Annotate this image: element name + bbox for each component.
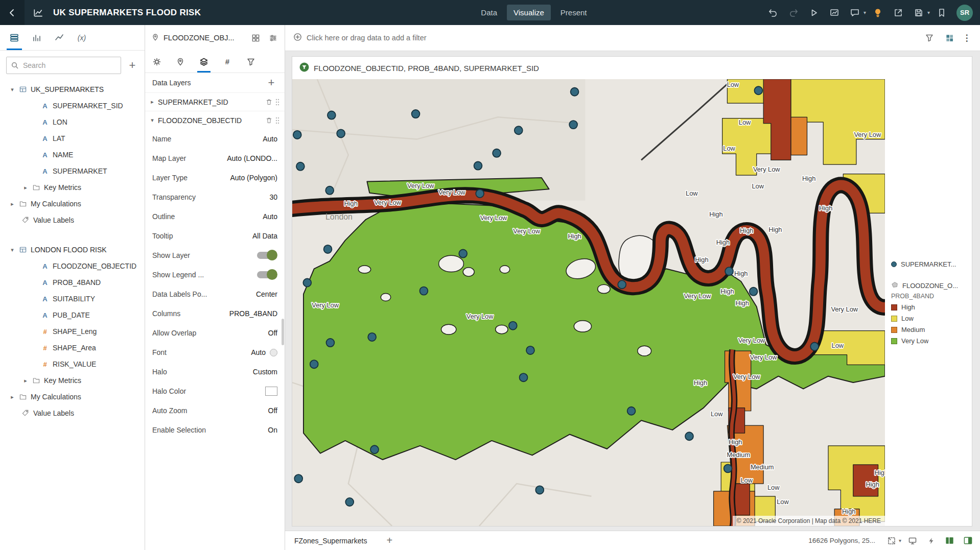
group-my-calculations[interactable]: ▸ My Calculations (0, 389, 145, 405)
tab-present[interactable]: Present (554, 5, 594, 20)
field-supermarket-sid[interactable]: A SUPERMARKET_SID (0, 98, 145, 114)
drag-handle-icon[interactable] (275, 117, 279, 124)
prop-value[interactable]: PROB_4BAND (229, 309, 277, 318)
supermarket-point[interactable] (368, 333, 376, 341)
legend-supermarket-item[interactable]: SUPERMARKET... (891, 259, 969, 270)
export-icon[interactable] (890, 4, 907, 21)
supermarket-point[interactable] (685, 432, 693, 440)
legend-item-medium[interactable]: Medium (891, 324, 969, 336)
floodzone-medium-region[interactable] (791, 117, 807, 155)
field-floodzone-objectid[interactable]: A FLOODZONE_OBJECTID (0, 258, 145, 274)
supermarket-point[interactable] (627, 407, 636, 415)
caret-right-icon[interactable]: ▸ (22, 377, 29, 384)
filter-funnel-icon[interactable] (922, 33, 937, 42)
pinboard-icon[interactable] (942, 34, 957, 42)
supermarket-point[interactable] (310, 360, 318, 368)
supermarket-point[interactable] (328, 111, 336, 119)
fit-dropdown-caret[interactable]: ▾ (899, 538, 901, 543)
play-icon[interactable] (805, 4, 823, 21)
search-input[interactable] (6, 57, 121, 74)
supermarket-point[interactable] (324, 245, 332, 253)
filter-prompt[interactable]: Click here or drag data to add a filter (307, 34, 917, 42)
caret-right-icon[interactable]: ▸ (22, 184, 29, 191)
supermarket-point[interactable] (750, 288, 758, 296)
supermarket-point[interactable] (296, 162, 305, 171)
supermarket-point[interactable] (725, 267, 733, 275)
prop-value[interactable]: Auto (263, 135, 277, 143)
supermarket-point[interactable] (520, 373, 528, 381)
halo-color-swatch[interactable] (265, 387, 277, 396)
caret-down-icon[interactable]: ▾ (9, 86, 15, 93)
add-dataset-button[interactable]: + (126, 60, 138, 71)
supermarket-point[interactable] (535, 486, 544, 494)
floodzone-high-region[interactable] (734, 484, 750, 515)
insights-lightbulb-icon[interactable] (869, 4, 886, 21)
supermarket-point[interactable] (810, 342, 819, 350)
prop-value[interactable]: Off (268, 406, 277, 415)
show-layer-toggle[interactable] (257, 252, 276, 259)
supermarket-point[interactable] (337, 129, 345, 137)
user-avatar[interactable]: SR (956, 5, 973, 21)
caret-right-icon[interactable]: ▸ (9, 201, 15, 207)
back-button[interactable] (0, 0, 25, 25)
delete-layer-icon[interactable] (265, 98, 273, 106)
prop-value[interactable]: Auto (263, 212, 277, 221)
tab-general-gear-icon[interactable] (150, 51, 164, 73)
supermarket-point[interactable] (293, 131, 301, 139)
map-viewport[interactable]: LondonVery LowVery LowVery LowVery LowVe… (292, 79, 885, 526)
properties-sliders-icon[interactable] (266, 34, 279, 42)
supermarket-point[interactable] (412, 110, 420, 118)
legend-item-high[interactable]: High (891, 302, 969, 313)
caret-right-icon[interactable]: ▸ (9, 394, 15, 400)
canvas-tab-fzones-supermarkets[interactable]: FZones_Supermarkets (292, 537, 369, 545)
field-pub-date[interactable]: A PUB_DATE (0, 307, 145, 323)
undo-icon[interactable] (764, 4, 782, 21)
tab-data[interactable]: Data (474, 5, 504, 20)
comment-icon[interactable] (846, 4, 864, 21)
prop-value[interactable]: Auto (LONDO... (227, 154, 277, 162)
supermarket-point[interactable] (509, 322, 517, 330)
tab-map-pin-icon[interactable] (174, 51, 187, 73)
fit-to-canvas-icon[interactable] (884, 536, 899, 545)
add-layer-button[interactable]: + (265, 77, 277, 88)
tab-layers-icon[interactable] (197, 51, 211, 73)
prop-value[interactable]: 30 (269, 193, 277, 201)
tab-visualizations[interactable] (26, 25, 48, 50)
supermarket-point[interactable] (571, 88, 579, 96)
layout-right-pane-icon[interactable] (961, 536, 975, 545)
field-lon[interactable]: A LON (0, 114, 145, 130)
prop-value[interactable]: Off (268, 329, 277, 337)
present-preview-icon[interactable] (826, 4, 843, 21)
field-risk-value[interactable]: # RISK_VALUE (0, 356, 145, 372)
field-name[interactable]: A NAME (0, 147, 145, 163)
supermarket-point[interactable] (345, 498, 354, 506)
supermarket-point[interactable] (294, 474, 302, 483)
grammar-panel-icon[interactable] (249, 34, 262, 42)
field-prob-4band[interactable]: A PROB_4BAND (0, 274, 145, 291)
canvas-menu-kebab-icon[interactable]: ⋮ (962, 33, 972, 43)
dataset-london-flood-risk[interactable]: ▾ LONDON FLOOD RISK (0, 242, 145, 258)
save-icon[interactable] (910, 4, 927, 21)
supermarket-point[interactable] (724, 464, 732, 472)
legend-item-very-low[interactable]: Very Low (891, 336, 969, 347)
caret-right-icon[interactable]: ▸ (149, 99, 155, 105)
prop-value[interactable]: Center (256, 290, 277, 298)
supermarket-point[interactable] (493, 149, 501, 157)
supermarket-point[interactable] (326, 339, 334, 347)
group-key-metrics[interactable]: ▸ Key Metrics (0, 372, 145, 389)
tab-filter-funnel-icon[interactable] (244, 51, 258, 73)
supermarket-point[interactable] (459, 250, 467, 258)
tab-calculations[interactable]: (x) (71, 25, 93, 50)
supermarket-point[interactable] (476, 189, 484, 198)
prop-value[interactable]: All Data (252, 232, 277, 240)
supermarket-point[interactable] (370, 445, 379, 453)
field-shape-leng[interactable]: # SHAPE_Leng (0, 323, 145, 340)
supermarket-point[interactable] (474, 162, 482, 170)
dataset-uk-supermarkets[interactable]: ▾ UK_SUPERMARKETS (0, 81, 145, 98)
group-value-labels[interactable]: Value Labels (0, 405, 145, 421)
field-lat[interactable]: A LAT (0, 130, 145, 147)
supermarket-point[interactable] (526, 346, 534, 354)
drag-handle-icon[interactable] (275, 99, 279, 106)
group-my-calculations[interactable]: ▸ My Calculations (0, 196, 145, 212)
field-supermarket[interactable]: A SUPERMARKET (0, 163, 145, 179)
